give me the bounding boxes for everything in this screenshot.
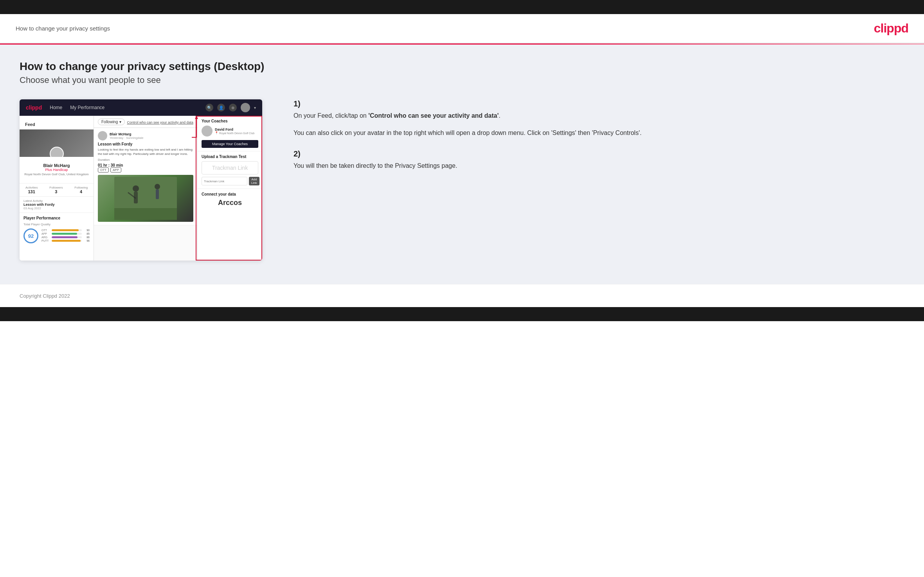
latest-activity-label: Latest Activity: [23, 199, 90, 203]
player-performance-title: Player Performance: [23, 216, 90, 220]
latest-activity-date: 03 Aug 2022: [23, 207, 90, 210]
user-avatar-icon[interactable]: [241, 103, 250, 112]
trackman-placeholder: Trackman Link: [205, 165, 255, 171]
coach-location-icon: 📍: [215, 131, 218, 135]
stat-followers-label: Followers: [49, 186, 63, 189]
plus-icon[interactable]: ⊕: [229, 104, 237, 111]
bar-putt: PUTT 96: [41, 239, 90, 242]
following-button[interactable]: Following ▾: [98, 119, 125, 125]
profile-name: Blair McHarg: [23, 163, 90, 168]
post-image: [98, 175, 193, 222]
instruction-step-2: 2) You will then be taken directly to th…: [294, 149, 904, 171]
profile-stats: Activities 131 Followers 3 Following 4: [20, 183, 94, 197]
svg-rect-6: [156, 189, 159, 199]
post-user-avatar: [98, 131, 107, 140]
svg-rect-1: [114, 208, 177, 220]
bar-arg: ARG 86: [41, 236, 90, 239]
person-icon[interactable]: 👤: [217, 104, 225, 111]
search-icon[interactable]: 🔍: [205, 104, 213, 111]
following-label: Following: [101, 120, 118, 124]
app-sidebar: Feed Blair McHarg Plus Handicap Royal No…: [20, 116, 94, 261]
coach-name: David Ford: [215, 128, 254, 131]
trackman-input-area: Trackman Link: [202, 161, 258, 174]
trackman-input-field[interactable]: [202, 177, 247, 185]
footer: Copyright Clippd 2022: [0, 284, 924, 307]
stat-activities-label: Activities: [25, 186, 38, 189]
connect-section: Connect your data Arccos: [198, 189, 262, 210]
page-subheading: Choose what you want people to see: [20, 75, 904, 85]
coach-club: Royal North Devon Golf Club: [219, 132, 254, 135]
coaches-section: Your Coaches David Ford 📍 Royal North De…: [198, 116, 262, 151]
player-performance-chart: 92 OTT 90 APP: [23, 228, 90, 243]
latest-activity: Latest Activity Lesson with Fordy 03 Aug…: [20, 199, 94, 210]
trackman-title: Upload a Trackman Test: [202, 155, 258, 159]
golf-image-svg: [114, 177, 177, 220]
profile-club: Royal North Devon Golf Club, United King…: [23, 173, 90, 176]
app-nav-performance[interactable]: My Performance: [70, 105, 104, 110]
demo-area: clippd Home My Performance 🔍 👤 ⊕ ▾ Feed: [20, 99, 904, 261]
post-user-row: Blair McHarg Yesterday · Sunningdale: [98, 131, 193, 140]
avatar-chevron-icon: ▾: [254, 106, 256, 110]
app-mockup: clippd Home My Performance 🔍 👤 ⊕ ▾ Feed: [20, 99, 262, 261]
coach-avatar: [202, 126, 213, 137]
app-nav-home[interactable]: Home: [50, 105, 62, 110]
post-duration-value: 01 hr : 30 min: [98, 163, 193, 167]
stat-following-value: 4: [74, 189, 88, 194]
instructions: 1) On your Feed, click/tap on 'Control w…: [286, 99, 904, 183]
bottom-bar: [0, 307, 924, 321]
player-performance-subtitle: Total Player Quality: [23, 223, 90, 226]
app-right-panel: Your Coaches David Ford 📍 Royal North De…: [198, 116, 262, 261]
logo: clippd: [874, 21, 908, 36]
page-heading: How to change your privacy settings (Des…: [20, 60, 904, 73]
step2-text1: You will then be taken directly to the P…: [294, 161, 904, 171]
step1-text2: You can also click on your avatar in the…: [294, 128, 904, 138]
manage-coaches-button[interactable]: Manage Your Coaches: [202, 140, 258, 148]
top-bar: [0, 0, 924, 14]
coach-club-row: 📍 Royal North Devon Golf Club: [215, 131, 254, 135]
app-nav-icons: 🔍 👤 ⊕ ▾: [205, 103, 256, 112]
post-title: Lesson with Fordy: [98, 142, 193, 146]
stat-following: Following 4: [74, 186, 88, 194]
stat-activities: Activities 131: [25, 186, 38, 194]
header-title: How to change your privacy settings: [16, 25, 110, 32]
bar-ott: OTT 90: [41, 229, 90, 232]
profile-image-area: [20, 129, 94, 157]
coach-info: David Ford 📍 Royal North Devon Golf Club: [215, 128, 254, 135]
profile-info: Blair McHarg Plus Handicap Royal North D…: [20, 157, 94, 183]
coach-row: David Ford 📍 Royal North Devon Golf Club: [202, 126, 258, 137]
connect-title: Connect your data: [202, 192, 258, 196]
post-duration-label: Duration: [98, 158, 193, 162]
svg-point-5: [155, 184, 160, 189]
stat-followers-value: 3: [49, 189, 63, 194]
profile-handicap: Plus Handicap: [23, 168, 90, 172]
svg-point-2: [133, 185, 139, 192]
tag-app: APP: [110, 167, 121, 173]
post-body: Looking to feel like my hands are exitin…: [98, 147, 193, 156]
app-nav: clippd Home My Performance 🔍 👤 ⊕ ▾: [20, 99, 262, 116]
feed-header: Following ▾ Control who can see your act…: [94, 116, 197, 128]
control-link-container: Control who can see your activity and da…: [127, 118, 193, 125]
score-circle: 92: [23, 228, 38, 243]
add-link-button[interactable]: Add Link: [249, 177, 259, 185]
stat-activities-value: 131: [25, 189, 38, 194]
post-tags: OTT APP: [98, 167, 193, 173]
stat-following-label: Following: [74, 186, 88, 189]
step2-number: 2): [294, 149, 904, 158]
control-link[interactable]: Control who can see your activity and da…: [127, 120, 193, 124]
following-chevron-icon: ▾: [119, 120, 121, 124]
latest-activity-name: Lesson with Fordy: [23, 203, 90, 207]
footer-copyright: Copyright Clippd 2022: [20, 293, 70, 299]
coaches-title: Your Coaches: [202, 119, 258, 123]
feed-tab[interactable]: Feed: [20, 120, 94, 129]
post-user-name: Blair McHarg: [110, 132, 143, 136]
trackman-section: Upload a Trackman Test Trackman Link Add…: [198, 151, 262, 189]
performance-bars: OTT 90 APP: [41, 229, 90, 243]
tag-ott: OTT: [98, 167, 109, 173]
header: How to change your privacy settings clip…: [0, 14, 924, 43]
feed-post: Blair McHarg Yesterday · Sunningdale Les…: [94, 128, 197, 225]
app-feed: Following ▾ Control who can see your act…: [94, 116, 198, 261]
bar-app: APP 85: [41, 232, 90, 235]
instruction-step-1: 1) On your Feed, click/tap on 'Control w…: [294, 99, 904, 138]
main-content: How to change your privacy settings (Des…: [0, 45, 924, 284]
app-body: Feed Blair McHarg Plus Handicap Royal No…: [20, 116, 262, 261]
